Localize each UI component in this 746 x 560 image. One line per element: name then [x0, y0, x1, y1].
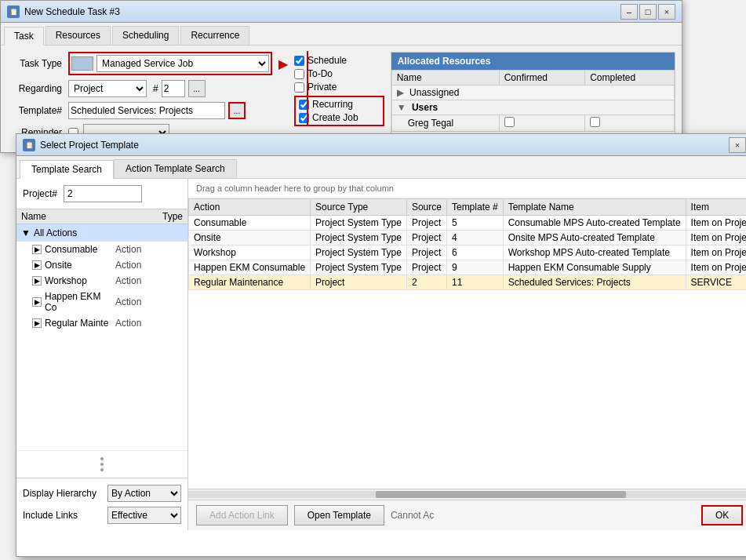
red-arrow-icon: ▶ [278, 56, 288, 71]
regular-maint-type: Action [115, 318, 183, 329]
tree-root-all-actions[interactable]: ▼ All Actions [16, 224, 187, 242]
tree-col-name: Name [21, 211, 115, 222]
main-window-icon: 📋 [7, 5, 20, 18]
schedule-checkbox[interactable] [294, 56, 304, 66]
minimize-button[interactable]: – [620, 4, 638, 20]
consumable-template-num: 5 [446, 216, 503, 231]
tree-item-workshop[interactable]: ▶ Workshop Action [16, 273, 187, 289]
happen-ekm-type: Action [115, 296, 183, 307]
workshop-type: Action [115, 275, 183, 286]
consumable-expand-icon[interactable]: ▶ [32, 245, 42, 254]
col-completed: Completed [585, 71, 675, 85]
number-dots-button[interactable]: ... [188, 80, 206, 97]
tree-bottom: Display Hierarchy By Action Include Link… [16, 478, 187, 530]
consumable-name: Consumable [45, 244, 115, 255]
table-row-happen-ekm[interactable]: Happen EKM Consumable Project System Typ… [189, 260, 746, 275]
include-links-select[interactable]: Effective [107, 507, 181, 524]
workshop-expand-icon[interactable]: ▶ [32, 276, 42, 285]
happen-ekm-expand-icon[interactable]: ▶ [32, 297, 42, 307]
todo-checkbox[interactable] [294, 69, 304, 79]
dot1 [100, 457, 104, 460]
number-input[interactable] [162, 80, 185, 97]
col-template-num: Template # [446, 199, 503, 216]
main-tabs-bar: Task Resources Scheduling Recurrence [1, 23, 682, 45]
user-name: Greg Tegal [391, 115, 499, 132]
tree-content: ▼ All Actions ▶ Consumable Action ▶ Onsi… [16, 224, 187, 450]
completed-checkbox[interactable] [590, 117, 600, 127]
dialog-tabs-bar: Template Search Action Template Search [16, 156, 746, 179]
workshop-action: Workshop [189, 245, 311, 260]
template-row: Template# ... [7, 102, 288, 119]
consumable-source: Project [406, 216, 446, 231]
data-table-wrapper[interactable]: Action Source Type Source Template # Tem… [188, 198, 746, 489]
regular-maint-template-name: Scheduled Services: Projects [503, 275, 686, 290]
task-type-select[interactable]: Managed Service Job [96, 55, 269, 72]
workshop-source: Project [406, 245, 446, 260]
consumable-item: Item on Project [686, 216, 746, 231]
display-hierarchy-select[interactable]: By Action [107, 485, 181, 502]
col-source-type: Source Type [311, 199, 407, 216]
tree-item-onsite[interactable]: ▶ Onsite Action [16, 257, 187, 273]
onsite-action: Onsite [189, 231, 311, 245]
col-confirmed: Confirmed [499, 71, 585, 85]
number-label: # [153, 83, 158, 94]
users-expand-icon: ▼ [397, 102, 406, 113]
private-checkbox[interactable] [294, 82, 304, 93]
tab-resources[interactable]: Resources [45, 26, 111, 45]
tree-item-regular-maint[interactable]: ▶ Regular Mainte Action [16, 315, 187, 331]
close-button[interactable]: × [658, 4, 675, 20]
main-window: 📋 New Schedule Task #3 – □ × Task Resour… [0, 0, 682, 153]
tree-item-happen-ekm[interactable]: ▶ Happen EKM Co Action [16, 289, 187, 315]
tab-scheduling[interactable]: Scheduling [112, 26, 179, 45]
checkboxes-panel: Schedule To-Do Private Recurring [294, 52, 384, 146]
project-num-input[interactable] [64, 185, 142, 202]
data-table: Action Source Type Source Template # Tem… [188, 198, 746, 290]
onsite-item: Item on Project [686, 231, 746, 245]
regular-maint-item: SERVICE [686, 275, 746, 290]
dialog-tab-action-template-search[interactable]: Action Template Search [114, 159, 237, 178]
dialog-footer: Add Action Link Open Template Cannot Ac … [188, 500, 746, 530]
tree-item-consumable[interactable]: ▶ Consumable Action [16, 242, 187, 257]
workshop-source-type: Project System Type [311, 245, 407, 260]
ok-button[interactable]: OK [701, 505, 743, 525]
schedule-label: Schedule [307, 55, 347, 66]
template-dots-button[interactable]: ... [228, 102, 246, 119]
display-hierarchy-label: Display Hierarchy [23, 488, 101, 499]
tab-recurrence[interactable]: Recurrence [180, 26, 249, 45]
main-window-title: New Schedule Task #3 [24, 6, 620, 17]
horizontal-scrollbar[interactable] [188, 489, 746, 500]
add-action-link-button[interactable]: Add Action Link [196, 505, 288, 525]
table-row-onsite[interactable]: Onsite Project System Type Project 4 Ons… [189, 231, 746, 245]
regarding-select[interactable]: Project [68, 80, 147, 97]
regular-maint-expand-icon[interactable]: ▶ [32, 318, 42, 328]
window-outer: 📋 New Schedule Task #3 – □ × Task Resour… [0, 0, 746, 560]
schedule-row: Schedule [294, 55, 384, 66]
template-input[interactable] [68, 102, 225, 119]
open-template-button[interactable]: Open Template [294, 505, 384, 525]
confirmed-checkbox[interactable] [504, 117, 515, 127]
table-row-workshop[interactable]: Workshop Project System Type Project 6 W… [189, 245, 746, 260]
scrollbar-thumb[interactable] [376, 491, 626, 498]
table-row-consumable[interactable]: Consumable Project System Type Project 5… [189, 216, 746, 231]
dialog-tab-template-search[interactable]: Template Search [20, 160, 114, 179]
create-job-row: Create Job [299, 112, 380, 123]
happen-ekm-name: Happen EKM Co [45, 291, 115, 313]
todo-label: To-Do [307, 68, 333, 79]
onsite-expand-icon[interactable]: ▶ [32, 260, 42, 270]
table-row-regular-maint[interactable]: Regular Maintenance Project 2 11 Schedul… [189, 275, 746, 290]
create-job-checkbox[interactable] [299, 113, 309, 123]
maximize-button[interactable]: □ [639, 4, 657, 20]
task-type-wrapper: Managed Service Job [68, 52, 272, 75]
tab-task[interactable]: Task [4, 27, 44, 45]
recurring-row: Recurring [299, 99, 380, 110]
dialog-close-button[interactable]: × [729, 137, 746, 153]
project-num-label: Project# [23, 188, 57, 199]
dialog-title: Select Project Template [40, 140, 729, 151]
workshop-template-num: 6 [446, 245, 503, 260]
workshop-item: Item on Project [686, 245, 746, 260]
recurring-checkbox[interactable] [299, 100, 309, 110]
todo-row: To-Do [294, 68, 384, 79]
allocated-table: Name Confirmed Completed ▶ Unassigned [391, 70, 675, 132]
workshop-template-name: Workshop MPS Auto-created Template [503, 245, 686, 260]
private-row: Private [294, 82, 384, 93]
